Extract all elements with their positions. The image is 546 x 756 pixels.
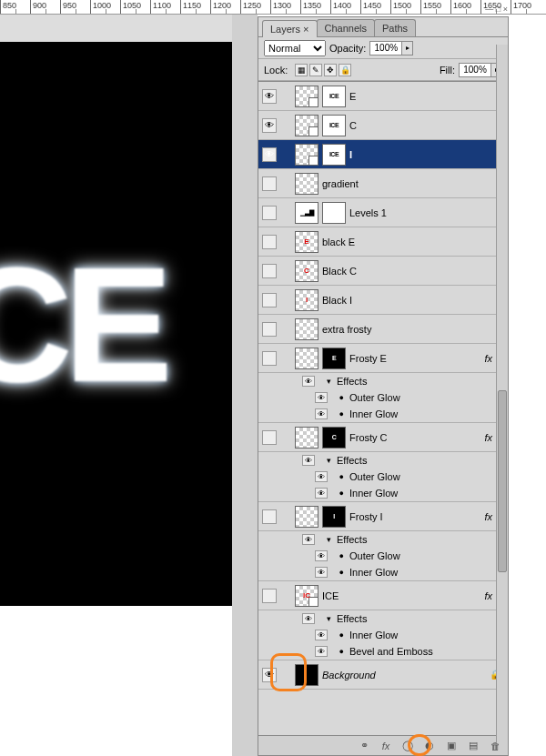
effect-item[interactable]: 👁 ● Outer Glow xyxy=(258,548,508,564)
add-mask-icon[interactable]: ◯ xyxy=(400,739,415,753)
opacity-flyout-icon[interactable]: ▸ xyxy=(401,42,412,55)
visibility-toggle-icon[interactable]: 👁 xyxy=(302,455,315,466)
effect-item[interactable]: 👁 ● Outer Glow xyxy=(258,389,508,406)
effect-item[interactable]: 👁 ● Inner Glow xyxy=(258,406,508,422)
visibility-toggle-icon[interactable] xyxy=(262,176,277,191)
visibility-toggle-icon[interactable]: 👁 xyxy=(302,534,315,545)
layers-scrollbar[interactable] xyxy=(496,45,508,742)
layer-thumbnail[interactable] xyxy=(295,115,318,136)
visibility-toggle-icon[interactable]: 👁 xyxy=(302,376,315,387)
layer-thumbnail[interactable]: E xyxy=(295,231,318,253)
visibility-toggle-icon[interactable]: 👁 xyxy=(315,408,328,419)
layer-mask-thumbnail[interactable] xyxy=(322,202,346,224)
layer-mask-thumbnail[interactable]: ICE xyxy=(322,144,346,166)
visibility-toggle-icon[interactable] xyxy=(262,293,277,307)
tab-paths[interactable]: Paths xyxy=(374,19,416,36)
layer-mask-thumbnail[interactable]: ICE xyxy=(322,86,346,107)
layer-mask-thumbnail[interactable]: I xyxy=(322,506,346,528)
visibility-toggle-icon[interactable]: 👁 xyxy=(262,147,277,162)
layer-thumbnail[interactable] xyxy=(295,427,318,449)
layer-thumbnail[interactable]: IC xyxy=(295,585,318,607)
fx-indicator[interactable]: fx xyxy=(484,432,492,443)
layer-thumbnail[interactable] xyxy=(295,318,318,340)
layer-thumbnail[interactable] xyxy=(295,144,318,166)
link-layers-icon[interactable]: ⚭ xyxy=(357,739,371,753)
effect-item[interactable]: 👁 ● Inner Glow xyxy=(258,485,508,501)
effect-item[interactable]: 👁 ● Bevel and Emboss xyxy=(258,643,508,660)
visibility-toggle-icon[interactable]: 👁 xyxy=(262,118,277,133)
layer-thumbnail[interactable] xyxy=(295,664,318,686)
effects-heading[interactable]: 👁 ▾ Effects xyxy=(258,531,508,548)
chevron-down-icon[interactable]: ▾ xyxy=(320,377,331,386)
layer-fx-icon[interactable]: fx xyxy=(379,739,393,753)
scrollbar-thumb[interactable] xyxy=(498,390,507,572)
effects-heading[interactable]: 👁 ▾ Effects xyxy=(258,610,508,627)
new-layer-icon[interactable]: ▤ xyxy=(466,739,480,753)
layers-list[interactable]: 👁ICEE👁ICEC👁ICEIgradient▁▃▇Levels 1Eblack… xyxy=(258,81,508,735)
visibility-toggle-icon[interactable] xyxy=(262,430,277,445)
fx-indicator[interactable]: fx xyxy=(484,590,492,601)
layer-row[interactable]: ICICEfx▴ xyxy=(258,581,508,610)
chevron-down-icon[interactable]: ▾ xyxy=(320,535,331,544)
panel-window-controls[interactable]: — □ × xyxy=(471,5,508,15)
visibility-toggle-icon[interactable]: 👁 xyxy=(315,392,328,403)
layer-row[interactable]: IBlack I xyxy=(258,286,508,315)
layer-thumbnail[interactable]: ▁▃▇ xyxy=(295,202,318,224)
layer-row[interactable]: 👁ICEE xyxy=(258,82,508,111)
document-canvas[interactable]: CE xyxy=(0,15,258,756)
new-group-icon[interactable]: ▣ xyxy=(444,739,459,753)
new-adjustment-icon[interactable]: ◐ xyxy=(422,739,437,753)
tab-layers[interactable]: Layers × xyxy=(262,20,318,37)
visibility-toggle-icon[interactable] xyxy=(262,589,277,603)
layer-row[interactable]: EFrosty Efx▴ xyxy=(258,344,508,373)
layer-row[interactable]: 👁ICEI xyxy=(258,140,508,169)
visibility-toggle-icon[interactable] xyxy=(262,351,277,366)
fx-indicator[interactable]: fx xyxy=(484,511,492,522)
layer-row[interactable]: Eblack E xyxy=(258,227,508,257)
visibility-toggle-icon[interactable]: 👁 xyxy=(262,89,277,104)
fx-indicator[interactable]: fx xyxy=(484,353,492,364)
layer-row[interactable]: CFrosty Cfx▴ xyxy=(258,423,508,452)
layer-mask-thumbnail[interactable]: C xyxy=(322,427,346,449)
layer-mask-thumbnail[interactable]: ICE xyxy=(322,115,346,136)
opacity-field[interactable]: ▸ xyxy=(369,41,413,55)
visibility-toggle-icon[interactable] xyxy=(262,206,277,220)
effects-heading[interactable]: 👁 ▾ Effects xyxy=(258,373,508,389)
visibility-toggle-icon[interactable]: 👁 xyxy=(315,630,328,640)
layer-thumbnail[interactable] xyxy=(295,506,318,528)
layer-thumbnail[interactable] xyxy=(295,348,318,369)
effect-item[interactable]: 👁 ● Inner Glow xyxy=(258,627,508,643)
layer-row[interactable]: gradient xyxy=(258,169,508,198)
visibility-toggle-icon[interactable] xyxy=(262,509,277,524)
visibility-toggle-icon[interactable]: 👁 xyxy=(315,567,328,578)
visibility-toggle-icon[interactable]: 👁 xyxy=(315,471,328,482)
layer-row[interactable]: extra frosty xyxy=(258,315,508,344)
lock-transparency-icon[interactable]: ▦ xyxy=(295,64,308,76)
effect-item[interactable]: 👁 ● Outer Glow xyxy=(258,469,508,485)
effects-heading[interactable]: 👁 ▾ Effects xyxy=(258,452,508,469)
visibility-toggle-icon[interactable]: 👁 xyxy=(315,550,328,561)
effect-item[interactable]: 👁 ● Inner Glow xyxy=(258,564,508,580)
visibility-toggle-icon[interactable] xyxy=(262,235,277,249)
chevron-down-icon[interactable]: ▾ xyxy=(320,456,331,465)
lock-brush-icon[interactable]: ✎ xyxy=(309,64,322,76)
opacity-input[interactable] xyxy=(370,43,401,53)
tab-channels[interactable]: Channels xyxy=(317,19,375,36)
layer-thumbnail[interactable] xyxy=(295,86,318,107)
layer-row[interactable]: 👁ICEC xyxy=(258,111,508,140)
layer-thumbnail[interactable] xyxy=(295,173,318,195)
visibility-toggle-icon[interactable]: 👁 xyxy=(315,488,328,499)
layer-row[interactable]: IFrosty Ifx▴ xyxy=(258,502,508,531)
visibility-toggle-icon[interactable] xyxy=(262,264,277,278)
visibility-toggle-icon[interactable]: 👁 xyxy=(315,646,328,657)
visibility-toggle-icon[interactable]: 👁 xyxy=(262,668,277,682)
lock-all-icon[interactable]: 🔒 xyxy=(339,64,351,76)
fill-input[interactable] xyxy=(460,65,490,75)
layer-thumbnail[interactable]: C xyxy=(295,260,318,282)
layer-thumbnail[interactable]: I xyxy=(295,289,318,311)
layer-row[interactable]: 👁Background🔒 xyxy=(258,660,508,690)
chevron-down-icon[interactable]: ▾ xyxy=(320,614,331,623)
visibility-toggle-icon[interactable] xyxy=(262,322,277,337)
blend-mode-select[interactable]: Normal xyxy=(264,40,326,56)
layer-row[interactable]: ▁▃▇Levels 1 xyxy=(258,198,508,227)
